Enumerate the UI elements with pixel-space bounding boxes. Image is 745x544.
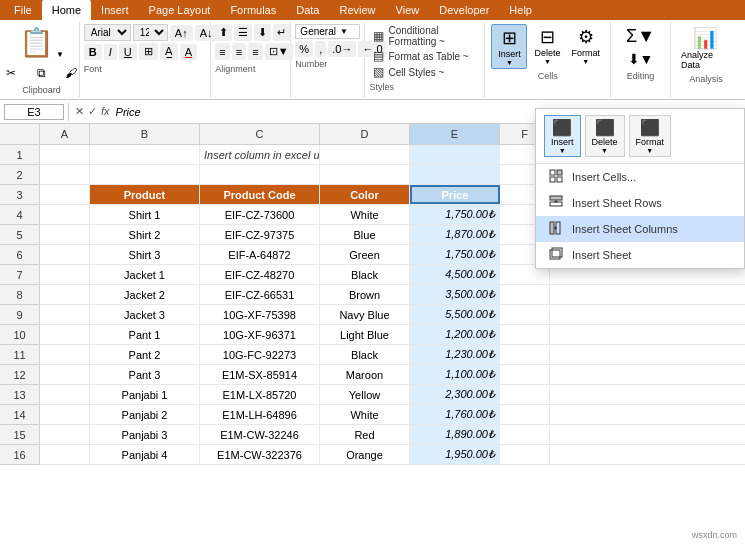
cell-d11[interactable]: Black [320, 345, 410, 364]
tab-home[interactable]: Home [42, 0, 91, 20]
cell-c5[interactable]: EIF-CZ-97375 [200, 225, 320, 244]
cell-a13[interactable] [40, 385, 90, 404]
cell-c12[interactable]: E1M-SX-85914 [200, 365, 320, 384]
cell-e3-header[interactable]: Price [410, 185, 500, 204]
autosum-button[interactable]: Σ▼ [622, 24, 659, 49]
conditional-formatting-button[interactable]: ▦ Conditional Formatting ~ [369, 24, 480, 48]
cell-c4[interactable]: EIF-CZ-73600 [200, 205, 320, 224]
cell-a4[interactable] [40, 205, 90, 224]
cell-f9[interactable] [500, 305, 550, 324]
cell-d7[interactable]: Black [320, 265, 410, 284]
cell-d13[interactable]: Yellow [320, 385, 410, 404]
decrease-decimal-button[interactable]: .0→ [328, 41, 356, 57]
dropdown-item-insert-sheet-rows[interactable]: Insert Sheet Rows [536, 190, 744, 216]
confirm-formula-icon[interactable]: ✓ [88, 105, 97, 118]
bold-button[interactable]: B [84, 44, 102, 60]
cell-e5[interactable]: 1,870.00₺ [410, 225, 500, 244]
cell-a2[interactable] [40, 165, 90, 184]
dropdown-delete-button[interactable]: ⬛ Delete ▼ [585, 115, 625, 157]
cell-c6[interactable]: EIF-A-64872 [200, 245, 320, 264]
font-size-select[interactable]: 12 [133, 24, 168, 41]
underline-button[interactable]: U [119, 44, 137, 60]
cell-f14[interactable] [500, 405, 550, 424]
cell-a6[interactable] [40, 245, 90, 264]
fill-color-button[interactable]: A̲ [160, 43, 178, 60]
cell-e16[interactable]: 1,950.00₺ [410, 445, 500, 464]
format-as-table-button[interactable]: ▤ Format as Table ~ [369, 48, 480, 64]
row-header-13[interactable]: 13 [0, 385, 39, 405]
cell-a16[interactable] [40, 445, 90, 464]
tab-help[interactable]: Help [499, 0, 542, 20]
cell-b1[interactable] [90, 145, 200, 164]
cell-e12[interactable]: 1,100.00₺ [410, 365, 500, 384]
cell-c3-header[interactable]: Product Code [200, 185, 320, 204]
cell-e10[interactable]: 1,200.00₺ [410, 325, 500, 344]
cell-a8[interactable] [40, 285, 90, 304]
cell-c8[interactable]: EIF-CZ-66531 [200, 285, 320, 304]
cell-e9[interactable]: 5,500.00₺ [410, 305, 500, 324]
cell-b5[interactable]: Shirt 2 [90, 225, 200, 244]
col-header-d[interactable]: D [320, 124, 410, 144]
increase-font-button[interactable]: A↑ [170, 25, 193, 41]
cell-b4[interactable]: Shirt 1 [90, 205, 200, 224]
cell-d6[interactable]: Green [320, 245, 410, 264]
cell-b15[interactable]: Panjabi 3 [90, 425, 200, 444]
copy-button[interactable]: ⧉ [27, 65, 55, 81]
cell-d16[interactable]: Orange [320, 445, 410, 464]
cell-d15[interactable]: Red [320, 425, 410, 444]
align-top-button[interactable]: ⬆ [215, 24, 232, 41]
cell-c1[interactable]: Insert column in excel using Insert comm… [200, 145, 320, 164]
dropdown-item-insert-cells[interactable]: Insert Cells... [536, 164, 744, 190]
row-header-8[interactable]: 8 [0, 285, 39, 305]
insert-function-icon[interactable]: fx [101, 105, 110, 118]
cell-b11[interactable]: Pant 2 [90, 345, 200, 364]
col-header-b[interactable]: B [90, 124, 200, 144]
cell-a14[interactable] [40, 405, 90, 424]
cell-e8[interactable]: 3,500.00₺ [410, 285, 500, 304]
cell-e14[interactable]: 1,760.00₺ [410, 405, 500, 424]
cell-c7[interactable]: EIF-CZ-48270 [200, 265, 320, 284]
analyze-data-button[interactable]: 📊 Analyze Data [677, 24, 735, 72]
tab-insert[interactable]: Insert [91, 0, 139, 20]
cell-c15[interactable]: E1M-CW-32246 [200, 425, 320, 444]
cell-b10[interactable]: Pant 1 [90, 325, 200, 344]
row-header-14[interactable]: 14 [0, 405, 39, 425]
align-right-button[interactable]: ≡ [248, 43, 262, 60]
row-header-2[interactable]: 2 [0, 165, 39, 185]
tab-page-layout[interactable]: Page Layout [139, 0, 221, 20]
border-button[interactable]: ⊞ [139, 43, 158, 60]
tab-data[interactable]: Data [286, 0, 329, 20]
cell-f13[interactable] [500, 385, 550, 404]
cell-b7[interactable]: Jacket 1 [90, 265, 200, 284]
tab-file[interactable]: File [4, 0, 42, 20]
cell-f10[interactable] [500, 325, 550, 344]
row-header-5[interactable]: 5 [0, 225, 39, 245]
delete-cells-button[interactable]: ⊟ Delete ▼ [529, 24, 565, 69]
cell-c11[interactable]: 10G-FC-92273 [200, 345, 320, 364]
cell-b16[interactable]: Panjabi 4 [90, 445, 200, 464]
cell-d3-header[interactable]: Color [320, 185, 410, 204]
row-header-3[interactable]: 3 [0, 185, 39, 205]
cell-a15[interactable] [40, 425, 90, 444]
tab-formulas[interactable]: Formulas [220, 0, 286, 20]
cell-a7[interactable] [40, 265, 90, 284]
row-header-12[interactable]: 12 [0, 365, 39, 385]
number-format-dropdown[interactable]: ▼ [340, 27, 348, 36]
cell-c13[interactable]: E1M-LX-85720 [200, 385, 320, 404]
cell-e4[interactable]: 1,750.00₺ [410, 205, 500, 224]
cell-d10[interactable]: Light Blue [320, 325, 410, 344]
cell-f15[interactable] [500, 425, 550, 444]
tab-view[interactable]: View [386, 0, 430, 20]
cell-b13[interactable]: Panjabi 1 [90, 385, 200, 404]
align-middle-button[interactable]: ☰ [234, 24, 252, 41]
italic-button[interactable]: I [104, 44, 117, 60]
comma-button[interactable]: , [315, 41, 326, 57]
cell-f8[interactable] [500, 285, 550, 304]
row-header-1[interactable]: 1 [0, 145, 39, 165]
tab-review[interactable]: Review [329, 0, 385, 20]
merge-button[interactable]: ⊡▼ [265, 43, 293, 60]
cell-d5[interactable]: Blue [320, 225, 410, 244]
cell-a9[interactable] [40, 305, 90, 324]
tab-developer[interactable]: Developer [429, 0, 499, 20]
cancel-formula-icon[interactable]: ✕ [75, 105, 84, 118]
